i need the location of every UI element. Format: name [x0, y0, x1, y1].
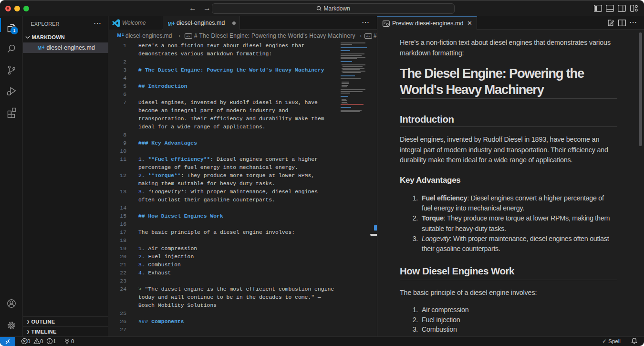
svg-text:M: M: [38, 45, 42, 50]
svg-text:abc: abc: [186, 35, 191, 38]
svg-text:M: M: [117, 32, 122, 38]
svg-text:abc: abc: [366, 35, 371, 38]
svg-text:M: M: [168, 21, 172, 26]
